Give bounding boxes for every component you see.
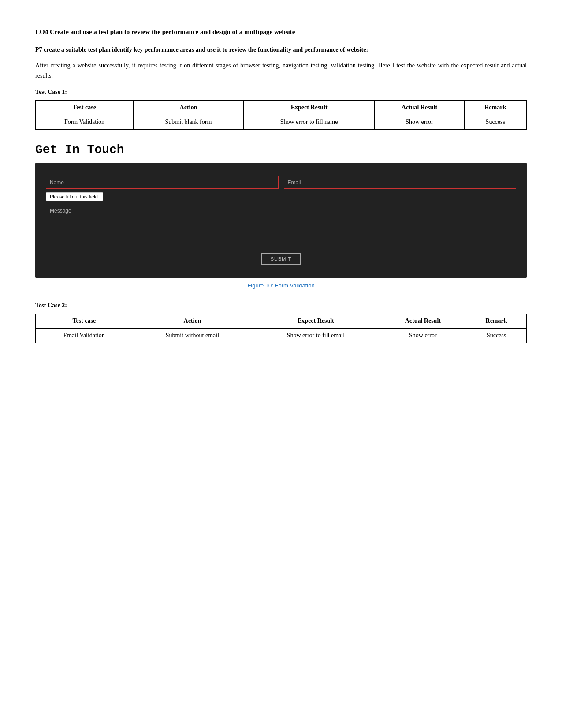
- table-cell: Show error to fill email: [252, 329, 380, 343]
- sub-heading: P7 create a suitable test plan identify …: [35, 45, 527, 55]
- submit-button[interactable]: SUBMIT: [261, 253, 301, 265]
- table-cell: Submit without email: [133, 329, 252, 343]
- table-cell: Show error: [375, 115, 464, 130]
- col2-header-actual-result: Actual Result: [380, 314, 466, 329]
- table-cell: Form Validation: [36, 115, 134, 130]
- table-cell: Email Validation: [36, 329, 133, 343]
- col-header-actual-result: Actual Result: [375, 101, 464, 115]
- body-text: After creating a website successfully, i…: [35, 61, 527, 81]
- main-heading: LO4 Create and use a test plan to review…: [35, 26, 527, 37]
- test-case-2-label: Test Case 2:: [35, 302, 527, 309]
- message-textarea[interactable]: [46, 205, 516, 244]
- col-header-action: Action: [133, 101, 243, 115]
- figure-caption: Figure 10: Form Validation: [35, 282, 527, 289]
- table-cell: Submit blank form: [133, 115, 243, 130]
- email-input[interactable]: [284, 176, 517, 189]
- col2-header-remark: Remark: [466, 314, 527, 329]
- form-name-email-row: [46, 176, 516, 189]
- table-cell: Show error: [380, 329, 466, 343]
- col-header-test-case: Test case: [36, 101, 134, 115]
- table-row: Email ValidationSubmit without emailShow…: [36, 329, 527, 343]
- table-row: Form ValidationSubmit blank formShow err…: [36, 115, 527, 130]
- error-tooltip: Please fill out this field.: [46, 192, 103, 201]
- col2-header-expect-result: Expect Result: [252, 314, 380, 329]
- form-container: Please fill out this field. SUBMIT: [35, 163, 527, 278]
- col-header-expect-result: Expect Result: [243, 101, 374, 115]
- col-header-remark: Remark: [464, 101, 526, 115]
- test-case-1-table: Test case Action Expect Result Actual Re…: [35, 100, 527, 130]
- table-cell: Success: [466, 329, 527, 343]
- test-case-2-table: Test case Action Expect Result Actual Re…: [35, 314, 527, 343]
- test-case-1-label: Test Case 1:: [35, 89, 527, 96]
- table-cell: Show error to fill name: [243, 115, 374, 130]
- name-input[interactable]: [46, 176, 279, 189]
- col2-header-test-case: Test case: [36, 314, 133, 329]
- table-cell: Success: [464, 115, 526, 130]
- get-in-touch-title: Get In Touch: [35, 143, 527, 157]
- col2-header-action: Action: [133, 314, 252, 329]
